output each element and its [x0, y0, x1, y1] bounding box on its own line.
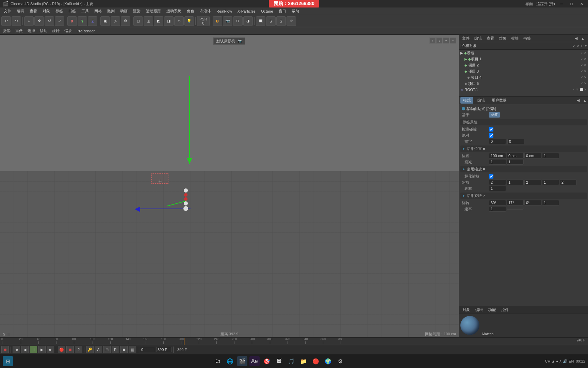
menu-animation[interactable]: 动画 [118, 8, 130, 14]
tree-item-5[interactable]: ◆ 项目 5 ✓ ✕ [459, 80, 588, 87]
tc-pause-btn[interactable]: ⏸ [30, 346, 37, 353]
normalize-checkbox[interactable] [489, 174, 493, 179]
minimize-button[interactable]: ─ [558, 2, 565, 6]
menu-character[interactable]: 角色 [184, 8, 197, 14]
rp-menu-arrow-right[interactable]: ▲ [581, 36, 585, 41]
target-btn[interactable]: ⊙ [233, 16, 243, 26]
scale-y[interactable]: 1 [507, 180, 524, 185]
props-arrow-up[interactable]: ▲ [583, 98, 587, 103]
taskbar-ae-icon[interactable]: Ae [249, 356, 260, 366]
select-tool[interactable]: + [24, 16, 34, 26]
menu-motion-system[interactable]: 运动系统 [164, 8, 184, 14]
snap-btn[interactable]: 🔲 [256, 16, 265, 26]
rp-menu-arrow-left[interactable]: ◀ [575, 36, 577, 41]
detect-checkbox[interactable] [489, 127, 493, 132]
pos-y[interactable]: 0 cm [507, 153, 524, 158]
start-button[interactable]: ⊞ [3, 356, 13, 366]
tree-item-root[interactable]: ☆ ROOT.1 ✓ ✕ ✕ [459, 87, 588, 93]
menu-view[interactable]: 查看 [27, 8, 39, 14]
view-top-btn[interactable]: ◨ [164, 16, 174, 26]
rotate-tool[interactable]: ↺ [45, 16, 54, 26]
taskbar-c4d-icon[interactable]: 🎯 [262, 356, 272, 366]
tree-item-2[interactable]: ◆ 项目 2 ✓ ✕ [459, 62, 588, 68]
tree-item-4[interactable]: ◆ 项目 4 ✓ ✕ [459, 74, 588, 80]
props-arrow-left[interactable]: ◀ [577, 98, 579, 103]
scale-w1[interactable]: 1 [542, 180, 559, 185]
falloff-pos-value[interactable]: 1 [489, 159, 506, 165]
nav-down[interactable]: ↓ [436, 37, 442, 44]
taskbar-browser-icon[interactable]: 🌐 [225, 356, 235, 366]
viewport[interactable]: 默认摄影机 📷 + ↑ ↓ + − [0, 35, 459, 337]
rot-h[interactable]: 30° [489, 200, 506, 205]
menu-render[interactable]: 渲染 [131, 8, 143, 14]
toolbar2-prorender[interactable]: ProRender [75, 28, 96, 34]
tc-auto-btn[interactable]: A [95, 346, 102, 353]
tc-next-key[interactable]: ⏭ [47, 346, 54, 353]
taskbar-misc1-icon[interactable]: 🔴 [311, 356, 321, 366]
render-region-btn[interactable]: ▣ [100, 16, 110, 26]
tc-extra-btn[interactable]: ◼ [120, 346, 128, 353]
menu-xparticles[interactable]: X-Particles [235, 9, 258, 14]
rb-tab-objects[interactable]: 对象 [460, 307, 472, 313]
object-mode-btn[interactable]: ◐ [213, 16, 222, 26]
view-persp-btn[interactable]: ◻ [133, 16, 143, 26]
material-sphere[interactable] [460, 316, 479, 335]
menu-tag[interactable]: 标签 [53, 8, 65, 14]
snap2-btn[interactable]: S [266, 16, 276, 26]
light-mode-btn[interactable]: ◑ [243, 16, 253, 26]
taskbar-ps-icon[interactable]: 🖼 [274, 356, 284, 366]
axis-y-btn[interactable]: Y [78, 16, 87, 26]
toolbar2-redo[interactable]: 重做 [14, 28, 24, 34]
menu-window[interactable]: 窗口 [276, 8, 289, 14]
menu-fluid[interactable]: 布液体 [197, 8, 213, 14]
scale-w2[interactable]: 2 [560, 180, 577, 185]
rp-menu-view[interactable]: 查看 [485, 35, 496, 42]
nav-zoom-in[interactable]: + [443, 37, 449, 44]
taskbar-cinema-icon[interactable]: 🎬 [237, 356, 247, 366]
menu-mesh[interactable]: 网格 [92, 8, 104, 14]
scale-x[interactable]: 2 [489, 180, 506, 185]
rp-menu-object[interactable]: 对象 [497, 35, 508, 42]
menu-edit[interactable]: 编辑 [14, 8, 27, 14]
tree-expand-icon[interactable]: ▾ [585, 44, 587, 48]
redo-button[interactable]: ↪ [12, 16, 21, 26]
toolbar2-rotate[interactable]: 旋转 [50, 28, 61, 34]
tab-mode[interactable]: 模式 [460, 97, 473, 104]
menu-realflow[interactable]: RealFlow [214, 9, 234, 14]
nav-up[interactable]: ↑ [429, 37, 436, 44]
rb-tab-edit[interactable]: 编辑 [473, 307, 485, 313]
tc-record2-btn[interactable]: P [112, 346, 119, 353]
falloff-scale-value[interactable]: 1 [489, 186, 506, 191]
undo-button[interactable]: ↩ [1, 16, 11, 26]
tc-snap-btn[interactable]: ⊞ [103, 346, 111, 353]
menu-file[interactable]: 文件 [1, 8, 14, 14]
rb-tab-function[interactable]: 功能 [486, 307, 498, 313]
scale-z[interactable]: 2 [524, 180, 541, 185]
tc-extra2-btn[interactable]: ▦ [129, 346, 136, 353]
pos-z[interactable]: 0 cm [524, 153, 541, 158]
close-button[interactable]: ✕ [578, 2, 585, 6]
menu-help[interactable]: 帮助 [289, 8, 301, 14]
rot-w[interactable]: 1 [542, 200, 559, 205]
axis-z-btn[interactable]: Z [88, 16, 97, 26]
tc-key-btn[interactable]: 🔑 [86, 346, 94, 353]
tc-prev-frame[interactable]: ◀ [21, 346, 29, 353]
menu-motion-track[interactable]: 运动跟踪 [144, 8, 163, 14]
absolute-checkbox[interactable] [489, 133, 493, 138]
view-side-btn[interactable]: ◩ [154, 16, 163, 26]
taskbar-misc3-icon[interactable]: ⚙ [335, 356, 345, 366]
menu-tools[interactable]: 工具 [79, 8, 91, 14]
pos-x[interactable]: 100.cm [489, 153, 506, 158]
rp-menu-bookmark[interactable]: 书签 [522, 35, 533, 42]
rp-menu-edit[interactable]: 编辑 [473, 35, 484, 42]
tc-loop-btn[interactable]: 🔴 [58, 346, 65, 353]
tc-next-frame[interactable]: ▶ [38, 346, 46, 353]
rot-p[interactable]: 17° [507, 200, 524, 205]
rot-b[interactable]: 0° [524, 200, 541, 205]
taskbar-folder-icon[interactable]: 📁 [298, 356, 309, 366]
view-front-btn[interactable]: ◫ [144, 16, 153, 26]
menu-octane[interactable]: Octane [259, 9, 275, 14]
camera-btn[interactable]: 📷 [223, 16, 232, 26]
render-settings-btn[interactable]: ⚙ [121, 16, 130, 26]
taskbar-music-icon[interactable]: 🎵 [286, 356, 296, 366]
